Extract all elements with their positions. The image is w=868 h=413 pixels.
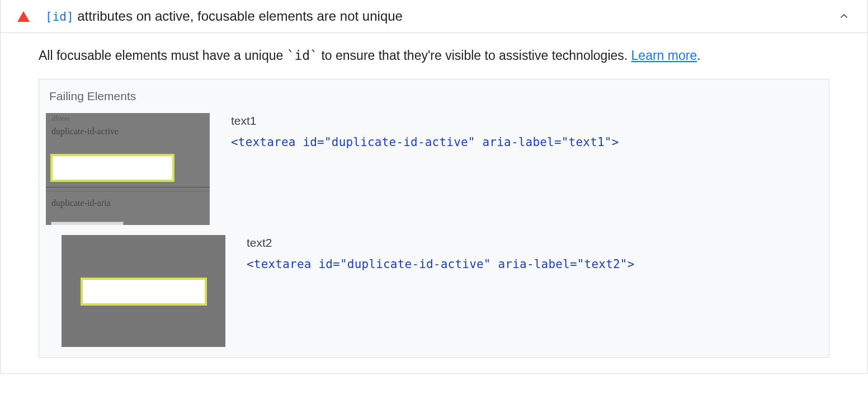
chevron-up-icon (837, 10, 851, 23)
thumb-partial-box (51, 222, 124, 225)
audit-header[interactable]: [id] attributes on active, focusable ele… (1, 0, 867, 33)
failing-element-label: text1 (231, 114, 822, 128)
description-text-pre: All focusable elements must have a uniqu… (39, 48, 287, 63)
audit-title-text: attributes on active, focusable elements… (74, 8, 403, 24)
audit-description: All focusable elements must have a uniqu… (39, 46, 829, 64)
failing-element-snippet: <textarea id="duplicate-id-active" aria-… (247, 256, 822, 273)
highlight-box (81, 278, 207, 306)
description-text-post: to ensure that they're visible to assist… (318, 48, 631, 63)
error-triangle-icon (17, 11, 30, 22)
audit-item: [id] attributes on active, focusable ele… (0, 0, 868, 374)
description-code: `id` (287, 48, 318, 63)
highlight-box (50, 154, 174, 182)
failing-elements-panel: Failing Elements dlitem duplicate-id-act… (39, 79, 829, 358)
failing-element-row[interactable]: text2 <textarea id="duplicate-id-active"… (46, 235, 822, 347)
failing-element-label: text2 (247, 236, 822, 250)
failing-element-detail: text1 <textarea id="duplicate-id-active"… (231, 113, 822, 151)
failing-element-snippet: <textarea id="duplicate-id-active" aria-… (231, 134, 822, 151)
audit-title: [id] attributes on active, focusable ele… (45, 8, 837, 24)
element-thumbnail: dlitem duplicate-id-active duplicate-id-… (46, 113, 210, 225)
failing-element-detail: text2 <textarea id="duplicate-id-active"… (247, 235, 822, 273)
audit-title-code: [id] (45, 10, 74, 24)
audit-body: All focusable elements must have a uniqu… (1, 33, 867, 373)
description-tail: . (697, 48, 700, 63)
element-thumbnail (62, 235, 225, 347)
learn-more-link[interactable]: Learn more (631, 48, 697, 63)
failing-element-row[interactable]: dlitem duplicate-id-active duplicate-id-… (46, 113, 822, 225)
failing-elements-title: Failing Elements (46, 90, 822, 103)
